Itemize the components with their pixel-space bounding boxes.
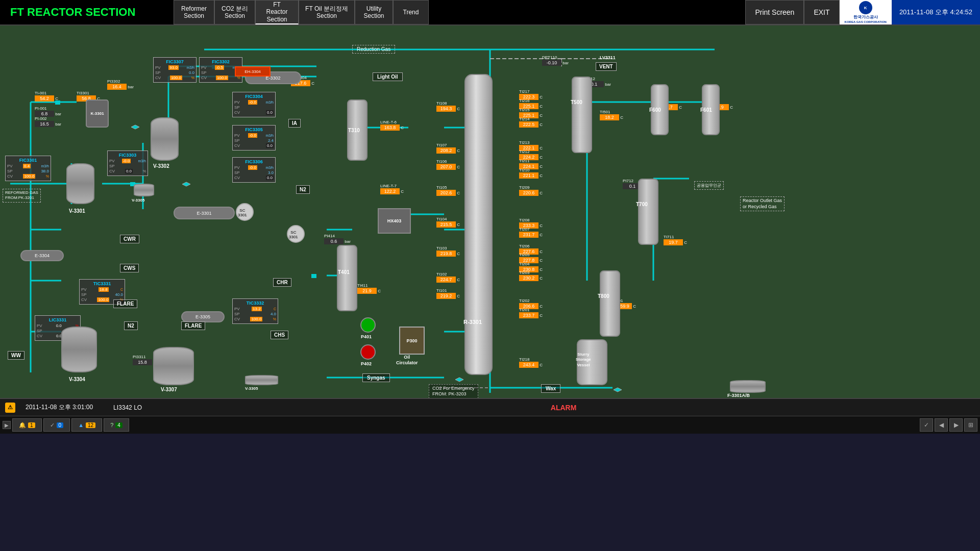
ti209-box[interactable]: TI209 220.6 C <box>519 185 543 196</box>
tic3332-box[interactable]: TIC3332 PV 13.2 C SP 4.0 CV 100.0 % <box>232 298 278 324</box>
dpt110-box[interactable]: DPT110 -0.10 bar <box>542 55 569 66</box>
r3301-reactor[interactable] <box>464 74 493 375</box>
t700-vessel[interactable] <box>638 179 658 245</box>
nav-trend[interactable]: Trend <box>393 0 429 24</box>
pi414-box[interactable]: PI414 0.6 bar <box>324 234 351 244</box>
br-btn-4[interactable]: ⊞ <box>964 418 977 432</box>
ti214-box[interactable]: TI214 222.5 C <box>519 117 543 128</box>
co2-emergency-label: CO2 For Emergency FROM: PK-3203 <box>429 384 478 398</box>
svg-marker-42 <box>614 388 622 392</box>
ti107-box[interactable]: TI107 208.2 C <box>436 143 460 154</box>
ti711-box[interactable]: TI711 19.7 C <box>664 235 687 245</box>
fic3303-box[interactable]: FIC3303 PV -0.0 m3/h SP CV 0.0 % <box>107 151 148 176</box>
f600-label: F600 <box>649 107 661 113</box>
ti210-box[interactable]: TI210 221.1 C <box>519 168 543 179</box>
cws-label: CWS <box>120 264 139 272</box>
sc3301-1-label: SC 3301 <box>238 208 247 217</box>
fic3304-box[interactable]: FIC3304 PV -0.0 m3/h SP CV 0.0 <box>232 92 276 117</box>
ti501-box[interactable]: TI501 18.2 C <box>600 110 623 120</box>
e3305-symbol[interactable]: E-3305 <box>181 311 225 322</box>
ti001-box[interactable]: TI-001 54.2 C <box>35 91 58 102</box>
t700-label: T700 <box>636 202 648 207</box>
ti103-box[interactable]: TI103 219.8 C <box>436 246 460 257</box>
k3301-symbol[interactable]: K-3301 <box>86 99 109 128</box>
alarm-icon-2: ✓ <box>50 422 55 429</box>
alarm-count-btn-3[interactable]: ▲ 12 <box>71 418 102 432</box>
nav-co2[interactable]: CO2 분리 Section <box>214 0 255 24</box>
ti105-box[interactable]: TI105 202.6 C <box>436 185 460 196</box>
line-t7-box[interactable]: LINE-T-7 122.2 C <box>380 184 404 194</box>
ti104-box[interactable]: TI104 215.5 C <box>436 217 460 228</box>
p401-pump[interactable] <box>360 317 376 333</box>
ti218-box[interactable]: TI218 243.4 C <box>519 357 543 368</box>
ti108-box[interactable]: TI108 194.3 C <box>436 101 460 112</box>
pi002-box[interactable]: PI-002 16.5 bar <box>35 116 61 127</box>
oil-circ-label: Oil Circulator <box>396 355 418 366</box>
t800-label: T800 <box>598 293 609 299</box>
e3301-symbol[interactable]: E-3301 <box>174 207 235 219</box>
p300-box[interactable]: P300 <box>399 327 425 355</box>
e3304-symbol[interactable]: E-3304 <box>20 250 64 261</box>
alarm-warning-icon: ⚠ <box>5 403 15 413</box>
alarm-timestamp: 2011-11-08 오후 3:01:00 <box>26 403 93 412</box>
br-btn-1[interactable]: ✓ <box>920 418 933 432</box>
hx403-symbol[interactable]: HX403 <box>378 208 411 234</box>
v3305-2-label: V-3305 <box>245 386 258 391</box>
nav-reformer[interactable]: Reformer Section <box>174 0 214 24</box>
v3305-1-vessel[interactable] <box>134 184 154 196</box>
t500-vessel[interactable] <box>572 77 592 153</box>
t401-vessel[interactable] <box>337 245 357 311</box>
p402-pump[interactable] <box>360 344 376 360</box>
t500-label: T500 <box>571 99 582 105</box>
lv3311-label[interactable]: LV3311 <box>600 55 616 60</box>
ti411-box[interactable]: TI411 21.9 C <box>357 283 381 294</box>
fic3305-box[interactable]: FIC3305 PV -0.0 m3/h SP 2.4 CV 0.0 <box>232 125 276 151</box>
cwr-label: CWR <box>120 235 139 243</box>
alarm-count-btn-2[interactable]: ✓ 0 <box>43 418 70 432</box>
nav-utility[interactable]: Utility Section <box>355 0 393 24</box>
ti101-box[interactable]: TI101 219.2 C <box>436 288 460 299</box>
fic3301-box[interactable]: FIC3301 PV 0.4 m3/h SP 38.0 CV 100.0 % <box>5 156 51 181</box>
f3301-vessel[interactable] <box>730 380 766 393</box>
svg-rect-38 <box>311 274 316 278</box>
line-t6-box[interactable]: LINE-T-6 163.8 C <box>380 120 404 131</box>
print-screen-button[interactable]: Print Screen <box>745 0 804 24</box>
ti203-box[interactable]: TI203 230.2 C <box>519 270 543 281</box>
alarm-tag-text: LI3342 LO <box>113 404 142 411</box>
br-btn-3[interactable]: ▶ <box>949 418 963 432</box>
t310-label: T310 <box>348 128 360 133</box>
n2-2-label: N2 <box>124 321 138 330</box>
f3301-label: F-3301A/B <box>727 393 750 398</box>
pi001-box[interactable]: PI-001 6.8 bar <box>35 106 61 117</box>
br-btn-2[interactable]: ◀ <box>935 418 948 432</box>
right-header: Print Screen EXIT K 한국가스공사KOREA GAS CORP… <box>745 0 980 24</box>
v3301-vessel[interactable] <box>66 163 94 204</box>
v3307-vessel[interactable] <box>153 347 194 385</box>
fic3307-box[interactable]: FIC3307 PV 93.0 m3/h SP 0.0 CV 100.0 % <box>153 57 197 83</box>
ti201-box[interactable]: TI201 233.7 C <box>519 308 543 318</box>
alarm-count-btn-4[interactable]: ? 4 <box>104 418 129 432</box>
ti207-box[interactable]: TI207 231.7 C <box>519 227 543 238</box>
f601-label: F601 <box>700 107 712 113</box>
logo-text: 한국가스공사KOREA GAS CORPORATION <box>845 15 887 24</box>
v3304-vessel[interactable] <box>61 327 97 372</box>
fic3306-box[interactable]: FIC3306 PV -0.0 m3/h SP 3.0 CV 0.0 <box>232 157 276 183</box>
v3302-label: V-3302 <box>153 163 169 169</box>
p401-label: P401 <box>361 334 372 339</box>
ti106-box[interactable]: TI106 207.0 C <box>436 159 460 170</box>
chs-label: CHS <box>271 331 288 339</box>
v3305-2-vessel[interactable] <box>245 375 278 385</box>
nav-ft-oil[interactable]: FT Oil 분리정제 Section <box>299 0 355 24</box>
exit-button[interactable]: EXIT <box>804 0 839 24</box>
alarm-count-2: 0 <box>57 422 64 428</box>
v3302-vessel[interactable] <box>151 117 179 161</box>
ti102-box[interactable]: TI102 224.7 C <box>436 272 460 283</box>
flare-1-label: FLARE <box>113 299 137 308</box>
eh3304-symbol[interactable]: EH-3304 <box>235 66 271 77</box>
pi3302-box[interactable]: PI3302 16.4 bar <box>107 79 134 90</box>
t800-vessel[interactable] <box>600 270 620 337</box>
svg-marker-39 <box>182 182 190 186</box>
nav-ft-reactor[interactable]: FT Reactor Section <box>255 0 299 24</box>
alarm-count-btn-1[interactable]: 🔔 1 <box>12 418 42 432</box>
alarm-count-4: 4 <box>115 422 122 428</box>
